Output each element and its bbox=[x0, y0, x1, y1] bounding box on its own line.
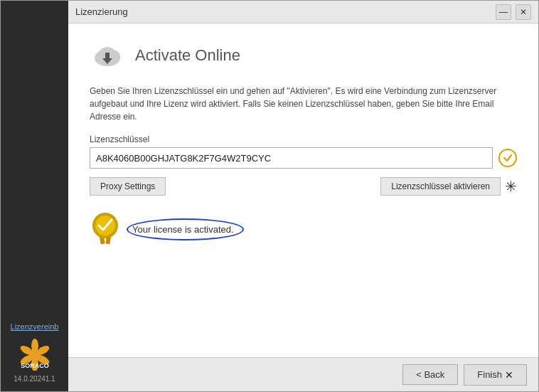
proxy-settings-button[interactable]: Proxy Settings bbox=[90, 177, 166, 196]
svg-point-6 bbox=[29, 349, 41, 361]
description-text: Geben Sie Ihren Lizenzschlüssel ein und … bbox=[90, 85, 517, 123]
close-button[interactable]: ✕ bbox=[516, 4, 531, 20]
minimize-button[interactable]: — bbox=[496, 4, 511, 20]
sidebar-bottom: Lizenzvereinb SORACO 14.0.20241.1 bbox=[1, 322, 68, 391]
success-text-content: Your license is activated. bbox=[132, 224, 234, 235]
finish-label: Finish bbox=[477, 369, 502, 380]
medal-icon bbox=[90, 210, 121, 248]
right-buttons: Lizenzschlüssel aktivieren ✳ bbox=[380, 177, 517, 196]
activate-button[interactable]: Lizenzschlüssel aktivieren bbox=[380, 177, 501, 196]
header-section: Activate Online bbox=[90, 38, 517, 73]
svg-text:SORACO: SORACO bbox=[21, 362, 49, 369]
version-label: 14.0.20241.1 bbox=[14, 375, 55, 383]
page-title: Activate Online bbox=[135, 46, 240, 65]
finish-check-icon: ✕ bbox=[505, 369, 513, 381]
star-icon: ✳ bbox=[505, 178, 517, 195]
cloud-icon bbox=[90, 38, 125, 73]
main-window: Lizenzvereinb SORACO 14.0.20241.1 bbox=[0, 0, 539, 392]
finish-button[interactable]: Finish ✕ bbox=[464, 364, 527, 386]
window-title: Lizenzierung bbox=[75, 6, 128, 17]
license-input[interactable] bbox=[90, 147, 493, 169]
content-area: Activate Online Geben Sie Ihren Lizenzsc… bbox=[68, 23, 538, 357]
back-button[interactable]: < Back bbox=[402, 364, 458, 385]
license-check-icon bbox=[498, 149, 517, 167]
license-row bbox=[90, 147, 517, 169]
buttons-row: Proxy Settings Lizenzschlüssel aktiviere… bbox=[90, 177, 517, 196]
sidebar: Lizenzvereinb SORACO 14.0.20241.1 bbox=[1, 1, 68, 391]
footer: < Back Finish ✕ bbox=[68, 357, 538, 391]
license-agreement-link[interactable]: Lizenzvereinb bbox=[8, 322, 62, 331]
success-section: Your license is activated. bbox=[90, 210, 517, 248]
soraco-logo: SORACO bbox=[10, 335, 60, 371]
main-panel: Lizenzierung — ✕ bbox=[68, 1, 538, 391]
success-message: Your license is activated. bbox=[132, 224, 234, 235]
license-label: Lizenzschlüssel bbox=[90, 134, 517, 144]
titlebar: Lizenzierung — ✕ bbox=[68, 1, 538, 23]
titlebar-buttons: — ✕ bbox=[496, 4, 531, 20]
